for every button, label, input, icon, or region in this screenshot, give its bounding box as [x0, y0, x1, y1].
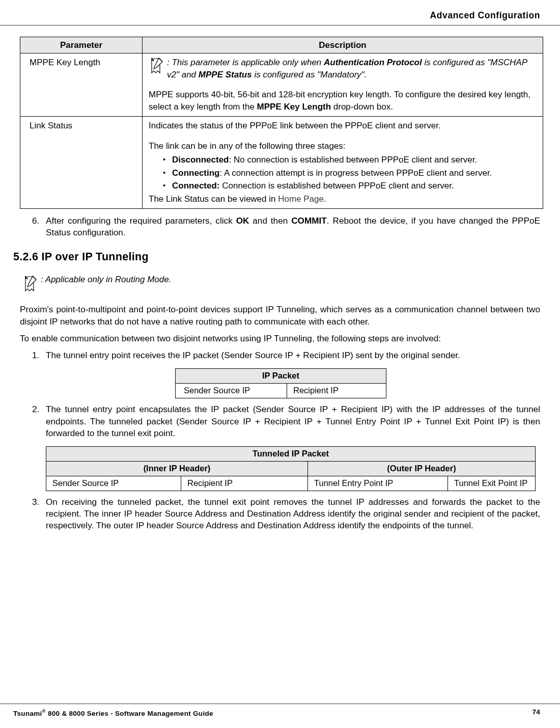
link-outro: The Link Status can be viewed in Home Pa…	[149, 193, 536, 205]
ip-packet-table: IP Packet Sender Source IP Recipient IP	[175, 368, 386, 398]
stage-connected: Connected: Connection is established bet…	[163, 180, 536, 192]
cell-outer-entry: Tunnel Entry Point IP	[308, 476, 448, 491]
note-icon	[22, 275, 38, 292]
stage-disconnected: Disconnected: No connection is establish…	[163, 154, 536, 166]
tunneled-ip-packet-table: Tunneled IP Packet (Inner IP Header) (Ou…	[46, 446, 536, 491]
page-header-title: Advanced Configuration	[0, 10, 560, 25]
stage-connecting: Connecting: A connection attempt is in p…	[163, 167, 536, 179]
cell-recipient-ip: Recipient IP	[287, 384, 386, 398]
cell-outer-exit: Tunnel Exit Point IP	[448, 476, 536, 491]
note-icon	[149, 57, 164, 74]
row-link-status: Link Status Indicates the status of the …	[20, 117, 543, 209]
footer-rule	[0, 704, 560, 704]
cell-desc-link: Indicates the status of the PPPoE link b…	[143, 117, 543, 209]
ip-packet-header: IP Packet	[176, 369, 386, 384]
link-stages-intro: The link can be in any of the following …	[149, 140, 536, 152]
tunnel-step-1: The tunnel entry point receives the IP p…	[42, 349, 540, 361]
col-description: Description	[143, 37, 543, 53]
mppe-body: MPPE supports 40-bit, 56-bit and 128-bit…	[149, 89, 536, 113]
cell-inner-sender: Sender Source IP	[46, 476, 181, 491]
col-parameter: Parameter	[20, 37, 143, 53]
link-stages-list: Disconnected: No connection is establish…	[149, 154, 536, 192]
tunneled-packet-row: Sender Source IP Recipient IP Tunnel Ent…	[46, 476, 536, 491]
tunnel-step-3: On receiving the tunneled packet, the tu…	[42, 496, 540, 532]
cell-param-mppe: MPPE Key Length	[20, 53, 143, 117]
ip-packet-row: Sender Source IP Recipient IP	[176, 384, 386, 398]
section-heading-ip-tunneling: 5.2.6 IP over IP Tunneling	[0, 238, 560, 263]
tunneled-packet-header: Tunneled IP Packet	[46, 446, 536, 461]
inner-ip-header: (Inner IP Header)	[46, 461, 308, 476]
tunnel-steps-list-2: The tunnel entry point encapsulates the …	[0, 403, 560, 439]
outer-ip-header: (Outer IP Header)	[308, 461, 536, 476]
parameter-table: Parameter Description MPPE Key Length : …	[20, 37, 543, 209]
tunnel-steps-list-3: On receiving the tunneled packet, the tu…	[0, 496, 560, 532]
page-footer: Tsunami® 800 & 8000 Series - Software Ma…	[0, 708, 560, 717]
intro-para-1: Proxim's point-to-multipoint and point-t…	[0, 292, 560, 327]
step-6: After configuring the required parameter…	[42, 215, 540, 238]
note-text-mppe: : This parameter is applicable only when…	[167, 57, 536, 80]
intro-para-2: To enable communication between two disj…	[0, 328, 560, 344]
cell-inner-recipient: Recipient IP	[181, 476, 308, 491]
cell-desc-mppe: : This parameter is applicable only when…	[143, 53, 543, 117]
row-mppe-key-length: MPPE Key Length : This parameter is appl…	[20, 53, 543, 117]
footer-left: Tsunami® 800 & 8000 Series - Software Ma…	[13, 708, 213, 717]
mode-note: : Applicable only in Routing Mode.	[0, 263, 560, 292]
header-rule	[0, 25, 560, 25]
cell-sender-source-ip: Sender Source IP	[176, 384, 287, 398]
step-6-list: After configuring the required parameter…	[0, 215, 560, 238]
footer-page-number: 74	[532, 708, 540, 717]
link-intro: Indicates the status of the PPPoE link b…	[149, 120, 536, 131]
cell-param-link: Link Status	[20, 117, 143, 209]
tunnel-steps-list: The tunnel entry point receives the IP p…	[0, 349, 560, 361]
home-page-link[interactable]: Home Page	[278, 194, 324, 204]
mode-note-text: : Applicable only in Routing Mode.	[41, 275, 171, 285]
tunnel-step-2: The tunnel entry point encapsulates the …	[42, 403, 540, 439]
